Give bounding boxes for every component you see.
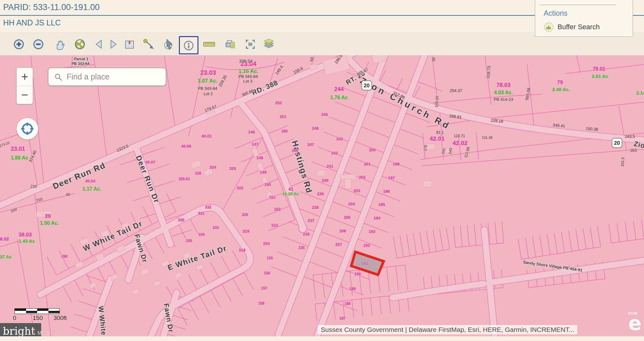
back-arrow-icon xyxy=(92,38,106,51)
crosshair-icon xyxy=(20,122,35,136)
map-label-dim: 273-22 xyxy=(0,141,10,148)
search-icon xyxy=(53,72,63,82)
map-label-acre: 1.00 Ac. xyxy=(40,220,59,226)
esri-e-mark: e xyxy=(628,315,644,332)
buffer-search-icon xyxy=(544,22,553,32)
map-label-road: Parcel 1 xyxy=(74,57,88,61)
zoom-out-tool[interactable] xyxy=(31,37,45,51)
map-label-dim: 349.41 xyxy=(552,122,565,128)
pan-tool[interactable] xyxy=(53,37,67,51)
map-label-parcel: 195 xyxy=(378,202,385,207)
map-label-parcel: 149 xyxy=(260,170,267,175)
map-label-parcel: 23.03 xyxy=(200,69,216,76)
next-extent-tool[interactable] xyxy=(106,37,120,51)
map-label-dim: 150.38 xyxy=(586,126,598,132)
esri-logo: POW e xyxy=(628,311,644,332)
globe-icon xyxy=(73,38,86,51)
print-tool[interactable] xyxy=(223,37,237,51)
map-label-dim: 118.71 xyxy=(454,134,465,138)
identify-arrow-icon xyxy=(163,38,176,51)
map-label-parcel: 326 xyxy=(195,171,201,176)
map-label-parcel: 204 xyxy=(348,202,355,206)
scale-bar xyxy=(14,308,60,314)
info-icon xyxy=(182,39,195,52)
map-label-parcel: 40.04 xyxy=(85,179,96,183)
map-zoom-out-button[interactable]: − xyxy=(17,86,33,104)
map-label-acre: 2.40 Ac. xyxy=(552,87,570,92)
map-label-dim: 259.35 xyxy=(218,74,228,88)
map-label-dim: Lot 3 xyxy=(243,79,253,84)
measure-tool[interactable] xyxy=(202,37,216,51)
map-label-dim: 50 xyxy=(309,57,314,62)
bookmark-map-tool[interactable] xyxy=(123,37,136,51)
map-label-parcel: 40.01 xyxy=(202,134,212,138)
pointer-dot-icon xyxy=(142,38,156,51)
map-label-dim: 163 xyxy=(630,148,637,153)
scale-tick-150: 150 xyxy=(33,315,43,322)
map-label-parcel: 235 xyxy=(298,246,305,250)
map-label-parcel: 8.02 xyxy=(0,236,9,241)
layers-tool[interactable] xyxy=(262,37,276,51)
map-label-dim: 141 xyxy=(441,148,446,154)
zoom-out-icon xyxy=(32,38,45,51)
parid-title: PARID: 533-11.00-191.00 xyxy=(3,3,100,12)
map-label-parcel: 153 xyxy=(271,223,278,228)
extent-brackets-icon xyxy=(244,38,257,51)
map-label-acre: 1.76 Ac xyxy=(330,95,348,100)
identify-pointer-tool[interactable] xyxy=(162,37,176,51)
map-label-parcel: 151 xyxy=(269,195,276,200)
map-label-parcel: 332 xyxy=(205,205,211,209)
brand-name: bright✦ xyxy=(3,323,35,336)
map-label-dim: 243.5 xyxy=(625,134,635,139)
map-label-parcel: 251 xyxy=(280,114,286,119)
actions-title: Actions xyxy=(544,9,567,18)
ruler-icon xyxy=(203,38,216,51)
parcel-viewer-page: PARID: 533-11.00-191.00 HH AND JS LLC xyxy=(0,0,644,341)
zoom-in-icon xyxy=(12,38,25,51)
map-label-parcel: 335 xyxy=(186,239,192,243)
map-label-acre: 1.17 Ac. xyxy=(82,186,101,192)
map-label-road: Hastings Rd xyxy=(290,139,314,194)
map-label-parcel: 203 xyxy=(353,188,360,193)
info-tool[interactable] xyxy=(179,36,198,54)
map-label-parcel: 239 xyxy=(317,192,324,196)
map-label-parcel: 238 xyxy=(312,205,319,210)
find-place-search[interactable] xyxy=(48,68,166,86)
map-label-dim: 143 xyxy=(447,148,453,154)
map-label-parcel: 324 xyxy=(209,165,216,170)
map-label-parcel: 326.01 xyxy=(179,177,190,181)
world-overview-tool[interactable] xyxy=(73,37,87,51)
gps-locate-button[interactable] xyxy=(16,118,38,140)
map-label-parcel: 198 xyxy=(393,162,400,166)
map-label-parcel: 155 xyxy=(267,256,273,260)
scale-tick-300: 300ft xyxy=(53,315,67,322)
map-label-parcel: 197 xyxy=(388,176,395,180)
map-label-acre: 10.25 Ac xyxy=(282,192,299,196)
map-label-dim: 38 xyxy=(431,57,436,62)
previous-extent-tool[interactable] xyxy=(92,37,106,51)
map-canvas[interactable]: 191 Deer Run RdDeer Run DrRD. 388Hasting… xyxy=(0,55,644,336)
map-label-acre: 2.14 xyxy=(636,90,644,95)
search-input[interactable] xyxy=(66,72,169,82)
map-label-parcel: 201 xyxy=(364,162,371,166)
zoom-in-tool[interactable] xyxy=(12,37,26,51)
map-label-parcel: 146 xyxy=(248,130,255,134)
map-label-parcel: 243 xyxy=(336,137,343,141)
map-label-parcel: 269 xyxy=(292,149,298,153)
map-label-parcel: 158 xyxy=(258,301,264,306)
select-by-point-tool[interactable] xyxy=(142,37,156,51)
map-label-parcel: 42.01 xyxy=(430,135,445,142)
map-label-parcel: 252 xyxy=(275,100,282,105)
map-label-parcel: 322 xyxy=(236,186,243,190)
map-label-parcel: 147 xyxy=(252,142,258,147)
map-label-parcel: 242 xyxy=(331,151,338,155)
map-label-parcel: 205 xyxy=(344,215,351,220)
map-label-acre: 4.03 Ac. xyxy=(494,90,513,95)
buffer-search-item[interactable]: Buffer Search xyxy=(544,22,600,32)
map-label-dim: 92.1 xyxy=(436,130,444,135)
map-label-parcel: 40.06 xyxy=(181,144,192,149)
map-zoom-in-button[interactable]: + xyxy=(17,68,33,86)
map-label-dim: 318.73 xyxy=(486,66,491,78)
owner-name: HH AND JS LLC xyxy=(3,18,61,27)
full-extent-tool[interactable] xyxy=(243,37,257,51)
